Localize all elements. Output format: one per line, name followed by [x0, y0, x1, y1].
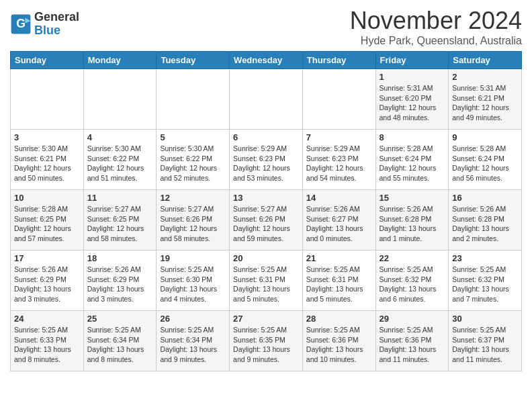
- day-number: 9: [452, 132, 518, 142]
- calendar-week-2: 3Sunrise: 5:30 AM Sunset: 6:21 PM Daylig…: [11, 130, 522, 190]
- calendar-cell: 3Sunrise: 5:30 AM Sunset: 6:21 PM Daylig…: [11, 130, 84, 190]
- day-info: Sunrise: 5:31 AM Sunset: 6:20 PM Dayligh…: [380, 83, 445, 123]
- day-number: 25: [87, 314, 153, 324]
- weekday-header-tuesday: Tuesday: [157, 52, 230, 69]
- calendar-cell: 28Sunrise: 5:25 AM Sunset: 6:36 PM Dayli…: [302, 311, 375, 371]
- day-info: Sunrise: 5:29 AM Sunset: 6:23 PM Dayligh…: [233, 144, 299, 183]
- day-number: 12: [160, 193, 226, 203]
- day-number: 1: [380, 72, 445, 82]
- weekday-header-row: SundayMondayTuesdayWednesdayThursdayFrid…: [11, 52, 522, 69]
- logo-line2: Blue: [34, 24, 79, 38]
- day-number: 15: [380, 193, 445, 203]
- calendar-cell: [302, 69, 375, 130]
- calendar-cell: 16Sunrise: 5:26 AM Sunset: 6:28 PM Dayli…: [449, 190, 522, 250]
- day-info: Sunrise: 5:26 AM Sunset: 6:29 PM Dayligh…: [14, 265, 80, 304]
- location: Hyde Park, Queensland, Australia: [350, 35, 522, 47]
- day-info: Sunrise: 5:26 AM Sunset: 6:27 PM Dayligh…: [306, 204, 372, 244]
- day-info: Sunrise: 5:27 AM Sunset: 6:26 PM Dayligh…: [233, 204, 299, 244]
- weekday-header-thursday: Thursday: [302, 52, 375, 69]
- calendar-cell: 6Sunrise: 5:29 AM Sunset: 6:23 PM Daylig…: [230, 130, 303, 190]
- calendar-cell: [157, 69, 230, 130]
- calendar-cell: 18Sunrise: 5:26 AM Sunset: 6:29 PM Dayli…: [83, 250, 157, 311]
- calendar-week-3: 10Sunrise: 5:28 AM Sunset: 6:25 PM Dayli…: [11, 190, 522, 250]
- day-number: 2: [452, 72, 518, 82]
- day-number: 3: [14, 132, 80, 142]
- day-info: Sunrise: 5:27 AM Sunset: 6:26 PM Dayligh…: [160, 204, 226, 244]
- month-title: November 2024: [350, 7, 522, 35]
- day-info: Sunrise: 5:25 AM Sunset: 6:30 PM Dayligh…: [160, 265, 226, 304]
- weekday-header-wednesday: Wednesday: [230, 52, 303, 69]
- day-info: Sunrise: 5:25 AM Sunset: 6:36 PM Dayligh…: [380, 325, 445, 365]
- day-info: Sunrise: 5:26 AM Sunset: 6:28 PM Dayligh…: [452, 204, 518, 244]
- logo-line1: General: [34, 11, 79, 24]
- day-info: Sunrise: 5:25 AM Sunset: 6:32 PM Dayligh…: [452, 265, 518, 304]
- day-number: 14: [306, 193, 372, 203]
- logo-text: General Blue: [34, 11, 79, 38]
- calendar-cell: 8Sunrise: 5:28 AM Sunset: 6:24 PM Daylig…: [375, 130, 449, 190]
- calendar-cell: 11Sunrise: 5:27 AM Sunset: 6:25 PM Dayli…: [83, 190, 157, 250]
- day-number: 10: [14, 193, 80, 203]
- calendar-week-5: 24Sunrise: 5:25 AM Sunset: 6:33 PM Dayli…: [11, 311, 522, 371]
- weekday-header-monday: Monday: [83, 52, 157, 69]
- day-info: Sunrise: 5:26 AM Sunset: 6:28 PM Dayligh…: [380, 204, 445, 244]
- calendar-table: SundayMondayTuesdayWednesdayThursdayFrid…: [10, 51, 522, 371]
- day-info: Sunrise: 5:25 AM Sunset: 6:31 PM Dayligh…: [233, 265, 299, 304]
- calendar-cell: 4Sunrise: 5:30 AM Sunset: 6:22 PM Daylig…: [83, 130, 157, 190]
- day-number: 7: [306, 132, 372, 142]
- calendar-cell: 13Sunrise: 5:27 AM Sunset: 6:26 PM Dayli…: [230, 190, 303, 250]
- day-info: Sunrise: 5:25 AM Sunset: 6:32 PM Dayligh…: [380, 265, 445, 304]
- calendar-cell: 23Sunrise: 5:25 AM Sunset: 6:32 PM Dayli…: [449, 250, 522, 311]
- day-number: 20: [233, 253, 299, 263]
- day-number: 29: [380, 314, 445, 324]
- calendar-cell: 24Sunrise: 5:25 AM Sunset: 6:33 PM Dayli…: [11, 311, 84, 371]
- calendar-cell: [83, 69, 157, 130]
- day-info: Sunrise: 5:25 AM Sunset: 6:36 PM Dayligh…: [306, 325, 372, 365]
- calendar-cell: 2Sunrise: 5:31 AM Sunset: 6:21 PM Daylig…: [449, 69, 522, 130]
- day-number: 4: [87, 132, 153, 142]
- day-number: 6: [233, 132, 299, 142]
- calendar-cell: 21Sunrise: 5:25 AM Sunset: 6:31 PM Dayli…: [302, 250, 375, 311]
- day-number: 27: [233, 314, 299, 324]
- calendar-cell: 26Sunrise: 5:25 AM Sunset: 6:34 PM Dayli…: [157, 311, 230, 371]
- day-number: 19: [160, 253, 226, 263]
- calendar-body: 1Sunrise: 5:31 AM Sunset: 6:20 PM Daylig…: [11, 69, 522, 371]
- day-info: Sunrise: 5:27 AM Sunset: 6:25 PM Dayligh…: [87, 204, 153, 244]
- calendar-cell: 27Sunrise: 5:25 AM Sunset: 6:35 PM Dayli…: [230, 311, 303, 371]
- day-info: Sunrise: 5:25 AM Sunset: 6:31 PM Dayligh…: [306, 265, 372, 304]
- svg-text:G: G: [16, 17, 26, 30]
- calendar-cell: 10Sunrise: 5:28 AM Sunset: 6:25 PM Dayli…: [11, 190, 84, 250]
- day-info: Sunrise: 5:30 AM Sunset: 6:22 PM Dayligh…: [160, 144, 226, 183]
- calendar-cell: 14Sunrise: 5:26 AM Sunset: 6:27 PM Dayli…: [302, 190, 375, 250]
- calendar-cell: 7Sunrise: 5:29 AM Sunset: 6:23 PM Daylig…: [302, 130, 375, 190]
- calendar-cell: 25Sunrise: 5:25 AM Sunset: 6:34 PM Dayli…: [83, 311, 157, 371]
- day-number: 5: [160, 132, 226, 142]
- day-number: 21: [306, 253, 372, 263]
- day-info: Sunrise: 5:28 AM Sunset: 6:24 PM Dayligh…: [380, 144, 445, 183]
- logo: G General Blue: [10, 11, 79, 38]
- day-info: Sunrise: 5:25 AM Sunset: 6:37 PM Dayligh…: [452, 325, 518, 365]
- day-number: 26: [160, 314, 226, 324]
- calendar-week-4: 17Sunrise: 5:26 AM Sunset: 6:29 PM Dayli…: [11, 250, 522, 311]
- title-block: November 2024 Hyde Park, Queensland, Aus…: [350, 7, 522, 47]
- day-number: 24: [14, 314, 80, 324]
- day-number: 11: [87, 193, 153, 203]
- calendar-week-1: 1Sunrise: 5:31 AM Sunset: 6:20 PM Daylig…: [11, 69, 522, 130]
- calendar-cell: 22Sunrise: 5:25 AM Sunset: 6:32 PM Dayli…: [375, 250, 449, 311]
- calendar-cell: 5Sunrise: 5:30 AM Sunset: 6:22 PM Daylig…: [157, 130, 230, 190]
- day-number: 30: [452, 314, 518, 324]
- calendar-cell: 20Sunrise: 5:25 AM Sunset: 6:31 PM Dayli…: [230, 250, 303, 311]
- day-number: 8: [380, 132, 445, 142]
- day-info: Sunrise: 5:30 AM Sunset: 6:22 PM Dayligh…: [87, 144, 153, 183]
- day-info: Sunrise: 5:31 AM Sunset: 6:21 PM Dayligh…: [452, 83, 518, 123]
- day-number: 18: [87, 253, 153, 263]
- day-info: Sunrise: 5:25 AM Sunset: 6:34 PM Dayligh…: [87, 325, 153, 365]
- calendar-cell: 9Sunrise: 5:28 AM Sunset: 6:24 PM Daylig…: [449, 130, 522, 190]
- day-number: 28: [306, 314, 372, 324]
- day-info: Sunrise: 5:25 AM Sunset: 6:33 PM Dayligh…: [14, 325, 80, 365]
- day-number: 17: [14, 253, 80, 263]
- logo-icon: G: [10, 13, 32, 35]
- calendar-cell: 12Sunrise: 5:27 AM Sunset: 6:26 PM Dayli…: [157, 190, 230, 250]
- calendar-cell: [11, 69, 84, 130]
- calendar-cell: 15Sunrise: 5:26 AM Sunset: 6:28 PM Dayli…: [375, 190, 449, 250]
- calendar-cell: 17Sunrise: 5:26 AM Sunset: 6:29 PM Dayli…: [11, 250, 84, 311]
